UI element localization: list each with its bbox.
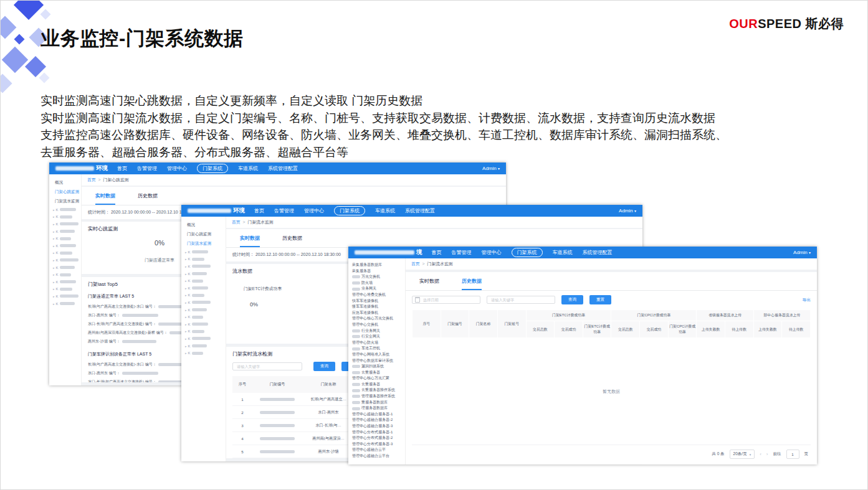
keyword-input-field[interactable] (236, 364, 299, 369)
sidebar-item-redacted[interactable]: ▸K (185, 263, 223, 270)
sidebar-item-redacted[interactable]: ▸K (185, 349, 223, 357)
sidebar-item-redacted[interactable]: ▸K (53, 264, 79, 271)
sidebar-item-redacted[interactable]: ▸K (185, 342, 223, 350)
nav-item[interactable]: 告警管理 (137, 165, 157, 172)
nav-item[interactable]: 管理中心 (304, 207, 324, 214)
sidebar-item-redacted[interactable]: ▸K (53, 286, 79, 293)
sidebar-item-redacted[interactable]: ▸K (53, 242, 79, 250)
sidebar-item-redacted[interactable]: ▸K (185, 335, 223, 342)
device-item[interactable]: 管理中心网络准入系统 (352, 352, 403, 358)
keyword-input-field[interactable] (490, 297, 552, 303)
sidebar-item-redacted[interactable]: ▸K (53, 206, 79, 214)
device-item[interactable]: 重服务器数据库 (352, 400, 403, 406)
admin-menu[interactable]: Admin ▾ (482, 166, 500, 171)
sidebar-item[interactable]: 门架流水监测 (53, 197, 79, 206)
device-item[interactable]: 管理中心核心万兆汇聚 (352, 375, 403, 382)
sidebar-item-redacted[interactable]: ▸K (53, 214, 79, 221)
nav-item[interactable]: 首页 (117, 165, 127, 172)
device-item[interactable]: 管理中心超融合云平台 (352, 453, 403, 459)
device-item[interactable]: 管理中心交换机 (352, 322, 403, 328)
keyword-input[interactable] (232, 362, 302, 370)
device-item[interactable]: 管理中心防火墙 (352, 340, 403, 346)
nav-item[interactable]: 管理中心 (167, 165, 187, 172)
nav-item[interactable]: 告警管理 (452, 249, 472, 256)
sidebar-item-redacted[interactable]: ▸K (185, 299, 223, 306)
device-item[interactable]: 管理中心分布式服务器-2 (352, 435, 403, 441)
nav-item[interactable]: 车道系统 (553, 249, 573, 256)
export-link[interactable]: 导出 (802, 297, 811, 303)
keyword-input[interactable] (487, 296, 555, 304)
reset-button[interactable]: 重置 (589, 295, 611, 304)
device-item[interactable]: 管理中心分布式服务器-1 (352, 430, 403, 436)
nav-item[interactable]: 门架系统 (334, 206, 365, 215)
sidebar-item-redacted[interactable]: ▸K (185, 313, 223, 321)
query-button[interactable]: 查询 (313, 362, 335, 371)
nav-item[interactable]: 车道系统 (238, 165, 258, 172)
tab-history[interactable]: 历史数据 (282, 235, 302, 247)
sidebar-item-redacted[interactable]: ▸K (53, 220, 79, 228)
device-item[interactable]: 管理中心数据库审计系统 (352, 358, 403, 364)
sidebar-item[interactable]: 概况 (185, 220, 223, 230)
device-item[interactable]: 管理中心核心万兆交换机 (352, 316, 403, 322)
sidebar-item[interactable]: 门架心跳监测 (53, 187, 79, 197)
nav-item[interactable]: 告警管理 (274, 207, 294, 214)
sidebar-item-redacted[interactable]: ▸K (185, 306, 223, 314)
sidebar-item-redacted[interactable]: ▸K (53, 293, 79, 300)
device-item[interactable]: 管理服务器操作系统 (352, 393, 403, 400)
device-item[interactable]: 应急车道摄像机 (352, 310, 403, 316)
breadcrumb-home[interactable]: 首页 (232, 220, 241, 224)
device-item[interactable]: 去重服务器操作系统 (352, 387, 403, 393)
admin-menu[interactable]: Admin ▾ (619, 208, 636, 214)
sidebar-item[interactable]: 门架流水监测 (185, 239, 223, 248)
device-item[interactable]: 采集服务器数据库 (352, 262, 403, 268)
sidebar-item-redacted[interactable]: ▸K (185, 321, 223, 328)
device-item[interactable]: 车道工控机 (352, 346, 403, 352)
sidebar-item-redacted[interactable]: ▸K (185, 277, 223, 285)
tab-realtime[interactable]: 实时数据 (419, 278, 439, 290)
device-item[interactable]: 万兆交换机 (352, 274, 403, 280)
device-item[interactable]: 管理中心超融合云平 (352, 447, 403, 453)
admin-menu[interactable]: Admin ▾ (793, 250, 811, 255)
device-item[interactable]: 业务网关 (352, 286, 403, 292)
device-item[interactable]: 漏洞扫描系统 (352, 364, 403, 370)
nav-item[interactable]: 首页 (432, 249, 442, 256)
sidebar-item-redacted[interactable]: ▸K (53, 271, 79, 278)
device-item[interactable]: 去重服务器 (352, 370, 403, 376)
device-item[interactable]: 防火墙 (352, 280, 403, 286)
device-item[interactable]: 行安全网关 (352, 334, 403, 340)
sidebar-item-redacted[interactable]: ▸K (53, 228, 79, 235)
sidebar-item-redacted[interactable]: ▸K (53, 300, 79, 308)
sidebar-item[interactable]: 门架心跳监测 (185, 230, 223, 239)
sidebar-item-redacted[interactable]: ▸K (185, 285, 223, 292)
sidebar-item-redacted[interactable]: ▸K (185, 328, 223, 336)
sidebar-item-redacted[interactable]: ▸K (185, 292, 223, 299)
nav-item[interactable]: 门架系统 (512, 248, 543, 257)
page-input[interactable] (786, 450, 799, 459)
sidebar-item-redacted[interactable]: ▸K (53, 235, 79, 242)
device-item[interactable]: 快车车道摄像机 (352, 298, 403, 304)
query-button[interactable]: 查询 (561, 295, 583, 304)
nav-item[interactable]: 首页 (254, 207, 264, 214)
nav-item[interactable]: 管理中心 (482, 249, 502, 256)
sidebar-item-redacted[interactable]: ▸K (185, 270, 223, 278)
date-input-field[interactable] (422, 297, 477, 303)
breadcrumb-home[interactable]: 首页 (87, 177, 96, 182)
tab-realtime[interactable]: 实时数据 (95, 192, 115, 205)
device-item[interactable]: 管理中心堆叠交换机 (352, 292, 403, 298)
device-item[interactable]: 慢车车道摄像机 (352, 304, 403, 310)
tab-history[interactable]: 历史数据 (462, 278, 482, 290)
nav-item[interactable]: 系统管理配置 (583, 249, 613, 256)
sidebar-item-redacted[interactable]: ▸K (185, 248, 223, 256)
page-size-select[interactable]: 20条/页▾ (730, 450, 755, 459)
sidebar-item-redacted[interactable]: ▸K (53, 278, 79, 286)
breadcrumb-home[interactable]: 首页 (411, 261, 420, 266)
tab-history[interactable]: 历史数据 (138, 192, 158, 205)
sidebar-item-redacted[interactable]: ▸K (53, 257, 79, 264)
device-item[interactable]: 采集服务器 (352, 268, 403, 275)
sidebar-item-redacted[interactable]: ▸K (53, 250, 79, 257)
sidebar-item[interactable]: 概况 (53, 178, 79, 187)
prev-page-button[interactable]: ‹ (760, 452, 761, 457)
tab-realtime[interactable]: 实时数据 (240, 235, 260, 247)
date-picker[interactable] (412, 296, 480, 304)
sidebar-item-redacted[interactable]: ▸K (185, 256, 223, 263)
